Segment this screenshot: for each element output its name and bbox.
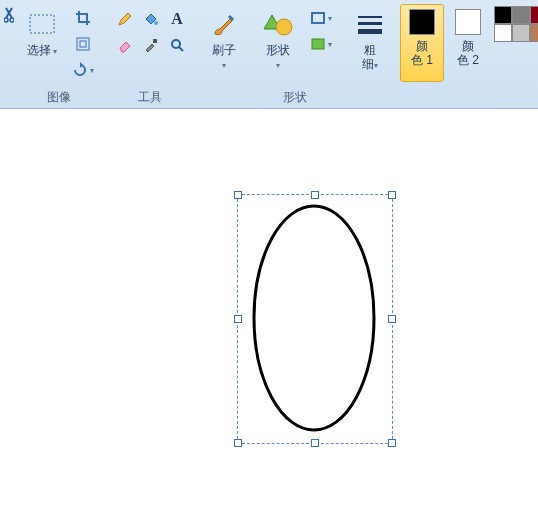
group-label-colors-spacer [400,90,538,108]
line-thin-icon [358,16,382,18]
chevron-down-icon: ▾ [328,14,332,23]
svg-point-10 [276,19,292,35]
group-label-thickness-spacer [348,90,392,108]
color2-swatch [455,9,481,35]
chevron-down-icon: ▾ [374,61,378,70]
brush-button[interactable]: 刷子▾ [202,4,246,82]
color2-button[interactable]: 颜 色 2 [446,4,490,82]
scissors-icon [4,6,14,26]
palette-color[interactable] [512,6,530,24]
group-thickness: 粗 细▾ [342,0,394,108]
brush-label: 刷子 [212,43,236,57]
group-brush: 刷子▾ [196,0,248,108]
group-label-image: 图像 [20,87,98,108]
svg-point-7 [172,40,180,48]
group-colors: 颜 色 1 颜 色 2 [394,0,538,108]
resize-button[interactable] [70,32,96,56]
group-label-brush-spacer [202,90,246,108]
selection-handle[interactable] [388,315,396,323]
selection-handle[interactable] [388,191,396,199]
svg-rect-2 [30,15,54,33]
line-med-icon [358,22,382,25]
fill-tool[interactable] [138,6,164,32]
crop-icon [75,10,91,26]
group-image: 选择 ▾ ▾ 图像 [14,0,104,108]
select-button[interactable]: 选择 ▾ [20,4,64,82]
text-tool[interactable]: A [164,6,190,32]
group-tools: A 工具 [104,0,196,108]
pencil-icon [117,11,133,27]
shapes-label: 形状 [266,43,290,57]
color-palette [492,4,538,42]
chevron-down-icon: ▾ [276,61,280,70]
select-label: 选择 [27,43,51,57]
selection-handle[interactable] [311,191,319,199]
chevron-down-icon: ▾ [328,40,332,49]
selection-handle[interactable] [234,191,242,199]
zoom-tool[interactable] [164,32,190,58]
selection-handle[interactable] [388,439,396,447]
outline-icon [310,11,326,25]
color1-label: 颜 色 1 [411,39,433,67]
svg-rect-4 [80,41,86,47]
selection-handle[interactable] [234,315,242,323]
palette-color[interactable] [512,24,530,42]
ribbon: 选择 ▾ ▾ 图像 A [0,0,538,109]
group-label-tools: 工具 [110,87,190,108]
svg-point-5 [154,21,158,25]
selection-handle[interactable] [311,439,319,447]
brush-icon [209,10,239,40]
shapes-icon [262,11,294,39]
thickness-button[interactable]: 粗 细▾ [348,4,392,82]
palette-color[interactable] [530,24,538,42]
group-label-shapes: 形状 [254,87,336,108]
color1-swatch [409,9,435,35]
svg-rect-3 [77,38,89,50]
shape-fill-button[interactable]: ▾ [308,32,334,56]
chevron-down-icon: ▾ [222,61,226,70]
rotate-icon [72,62,88,78]
eyedropper-icon [143,37,159,53]
crop-button[interactable] [70,6,96,30]
selection-handle[interactable] [234,439,242,447]
magnifier-icon [169,37,185,53]
pencil-tool[interactable] [112,6,138,32]
eraser-tool[interactable] [112,32,138,58]
resize-icon [75,36,91,52]
text-icon: A [171,10,183,28]
select-rect-icon [28,13,56,37]
palette-color[interactable] [530,6,538,24]
palette-color[interactable] [494,24,512,42]
eraser-icon [117,37,133,53]
shape-outline-button[interactable]: ▾ [308,6,334,30]
bucket-icon [143,11,159,27]
svg-line-8 [179,47,183,51]
svg-point-0 [4,18,8,22]
chevron-down-icon: ▾ [51,47,57,56]
group-shapes: 形状▾ ▾ ▾ 形状 [248,0,342,108]
svg-rect-11 [312,13,324,23]
chevron-down-icon: ▾ [90,66,94,75]
fill-icon [310,37,326,51]
color1-button[interactable]: 颜 色 1 [400,4,444,82]
shapes-dropdown-button[interactable]: 形状▾ [254,4,302,82]
svg-rect-12 [312,39,324,49]
clipboard-fragment [4,0,14,108]
svg-rect-6 [153,39,157,43]
color2-label: 颜 色 2 [457,39,479,67]
selection-rect[interactable] [237,194,393,444]
line-thick-icon [358,29,382,34]
palette-color[interactable] [494,6,512,24]
picker-tool[interactable] [138,32,164,58]
rotate-button[interactable]: ▾ [70,58,96,82]
canvas[interactable] [0,109,538,506]
